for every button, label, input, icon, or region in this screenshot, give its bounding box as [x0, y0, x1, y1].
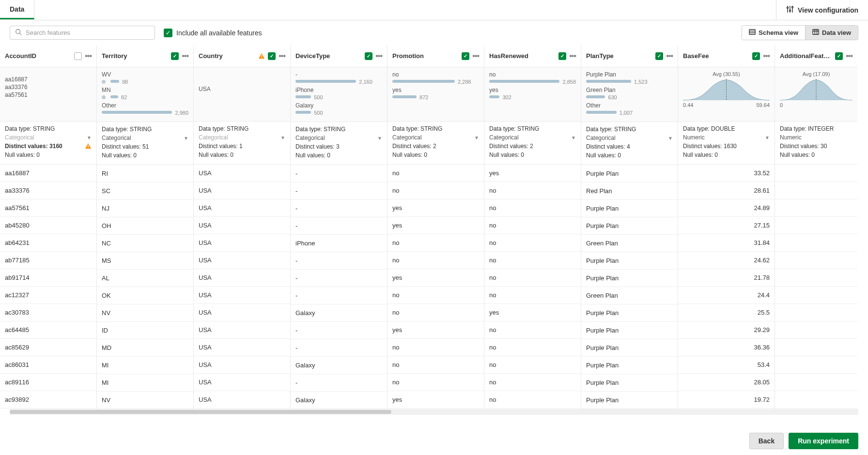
more-icon[interactable]: •••	[472, 52, 479, 61]
data-cell[interactable]: iPhone	[291, 235, 387, 252]
data-cell[interactable]: MI	[97, 374, 193, 392]
schema-view-button[interactable]: Schema view	[742, 26, 805, 40]
data-cell[interactable]: Purple Plan	[581, 322, 678, 339]
data-cell[interactable]: 24.62	[678, 252, 775, 269]
more-icon[interactable]: •••	[569, 52, 576, 61]
data-cell[interactable]: no	[388, 252, 484, 269]
data-cell[interactable]: NV	[97, 392, 193, 409]
data-cell[interactable]: Purple Plan	[581, 392, 678, 409]
column-checkbox[interactable]: ✓	[752, 52, 760, 60]
data-cell[interactable]: USA	[194, 321, 290, 339]
data-cell[interactable]: -	[291, 374, 387, 392]
column-header[interactable]: Territory✓•••	[97, 45, 193, 67]
data-cell[interactable]	[775, 199, 857, 217]
data-cell[interactable]: SC	[97, 182, 193, 200]
data-cell[interactable]: no	[484, 217, 581, 234]
data-cell[interactable]	[775, 234, 857, 252]
data-cell[interactable]: MD	[97, 339, 193, 357]
data-cell[interactable]	[775, 321, 857, 339]
data-cell[interactable]: 24.89	[678, 199, 775, 217]
column-header[interactable]: HasRenewed✓•••	[484, 45, 581, 67]
data-cell[interactable]: no	[388, 356, 484, 374]
data-cell[interactable]: USA	[194, 269, 290, 287]
data-cell[interactable]: -	[291, 217, 387, 235]
data-cell[interactable]	[775, 252, 857, 269]
data-cell[interactable]: Purple Plan	[581, 339, 678, 357]
data-cell[interactable]: USA	[194, 356, 290, 374]
chevron-down-icon[interactable]: ▼	[571, 135, 576, 140]
data-cell[interactable]	[775, 287, 857, 304]
chevron-down-icon[interactable]: ▼	[668, 136, 673, 141]
data-cell[interactable]: MS	[97, 252, 193, 270]
data-cell[interactable]: Galaxy	[291, 357, 387, 374]
column-checkbox[interactable]: ✓	[462, 52, 469, 60]
data-cell[interactable]: yes	[388, 217, 484, 234]
data-cell[interactable]	[775, 374, 857, 391]
include-all-checkbox[interactable]: ✓ Include all available features	[164, 29, 262, 37]
data-cell[interactable]: ac30783	[0, 304, 96, 321]
data-cell[interactable]: yes	[484, 304, 581, 321]
data-cell[interactable]: ac89116	[0, 374, 96, 391]
data-cell[interactable]: no	[388, 287, 484, 304]
data-cell[interactable]: USA	[194, 304, 290, 321]
column-header[interactable]: PlanType✓•••	[581, 45, 678, 67]
data-cell[interactable]: USA	[194, 287, 290, 304]
column-checkbox[interactable]: ✓	[268, 52, 276, 60]
search-input[interactable]	[26, 29, 150, 36]
data-cell[interactable]: RI	[97, 165, 193, 182]
data-view-button[interactable]: Data view	[805, 26, 858, 40]
column-checkbox[interactable]: ✓	[655, 52, 663, 60]
more-icon[interactable]: •••	[763, 52, 770, 61]
data-cell[interactable]: -	[291, 322, 387, 339]
data-cell[interactable]: USA	[194, 374, 290, 391]
data-cell[interactable]: 28.61	[678, 182, 775, 199]
data-cell[interactable]: Purple Plan	[581, 217, 678, 235]
data-cell[interactable]: Purple Plan	[581, 374, 678, 392]
data-cell[interactable]: 27.15	[678, 217, 775, 234]
data-cell[interactable]: yes	[484, 165, 581, 182]
data-cell[interactable]: -	[291, 339, 387, 357]
data-cell[interactable]: NJ	[97, 200, 193, 217]
treatment-select[interactable]: Categorical▼	[295, 135, 382, 141]
chevron-down-icon[interactable]: ▼	[474, 135, 479, 140]
data-cell[interactable]: no	[484, 252, 581, 269]
data-cell[interactable]: USA	[194, 391, 290, 409]
data-cell[interactable]: Green Plan	[581, 287, 678, 304]
column-checkbox[interactable]: ✓	[835, 52, 843, 60]
data-cell[interactable]: no	[484, 321, 581, 339]
data-cell[interactable]: 36.36	[678, 339, 775, 356]
data-cell[interactable]	[775, 217, 857, 234]
more-icon[interactable]: •••	[85, 52, 92, 61]
data-cell[interactable]: no	[388, 234, 484, 252]
data-cell[interactable]: no	[484, 374, 581, 391]
data-cell[interactable]: no	[388, 165, 484, 182]
more-icon[interactable]: •••	[375, 52, 382, 61]
more-icon[interactable]: •••	[666, 52, 673, 61]
more-icon[interactable]: •••	[279, 52, 285, 61]
column-header[interactable]: AccountID•••	[0, 45, 96, 67]
data-cell[interactable]: OK	[97, 287, 193, 304]
treatment-select[interactable]: Categorical▼	[489, 134, 576, 141]
data-cell[interactable]	[775, 356, 857, 374]
data-cell[interactable]: USA	[194, 217, 290, 234]
data-cell[interactable]: USA	[194, 252, 290, 269]
tab-data[interactable]: Data	[0, 0, 34, 19]
data-cell[interactable]: AL	[97, 270, 193, 287]
data-cell[interactable]: no	[388, 374, 484, 391]
data-cell[interactable]: 21.78	[678, 269, 775, 287]
treatment-select[interactable]: Numeric▼	[683, 134, 770, 141]
data-cell[interactable]: aa16887	[0, 165, 96, 182]
data-cell[interactable]: no	[484, 199, 581, 217]
data-cell[interactable]: Red Plan	[581, 182, 678, 200]
column-header[interactable]: AdditionalFeatureS…✓•••	[775, 45, 857, 67]
data-cell[interactable]: ac64485	[0, 321, 96, 339]
column-header[interactable]: Country✓•••	[194, 45, 290, 67]
data-cell[interactable]: Purple Plan	[581, 270, 678, 287]
data-cell[interactable]: 29.29	[678, 321, 775, 339]
search-box[interactable]	[10, 26, 155, 40]
data-cell[interactable]: -	[291, 165, 387, 182]
data-cell[interactable]: Galaxy	[291, 392, 387, 409]
more-icon[interactable]: •••	[182, 52, 188, 61]
data-cell[interactable]: no	[484, 356, 581, 374]
data-cell[interactable]	[775, 182, 857, 199]
